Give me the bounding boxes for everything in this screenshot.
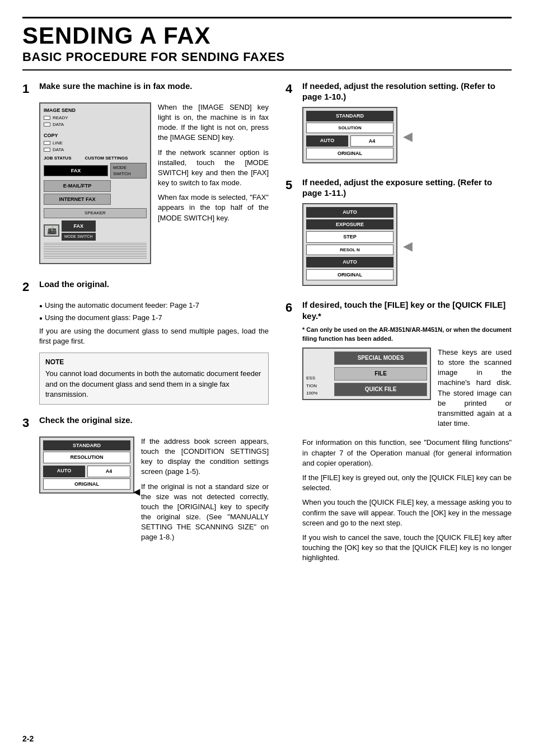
step-2-bullets: Using the automatic document feeder: Pag… [39, 300, 269, 323]
file-panel: ESS TION 100% SPECIAL MODES FILE QUICK F… [302, 348, 431, 400]
step-2: 2 Load the original. Using the automatic… [22, 279, 269, 405]
resolution-btn-3[interactable]: RESOLUTION [43, 452, 130, 463]
ess-label: ESS [306, 375, 332, 381]
image-send-label: IMAGE SEND [44, 107, 76, 114]
step-3-title: Check the original size. [39, 415, 133, 426]
machine-panel: IMAGE SEND READY DATA COP [39, 102, 151, 264]
special-modes-key[interactable]: SPECIAL MODES [334, 351, 427, 365]
data-label-2: DATA [53, 147, 64, 153]
step-2-body: If you are using the document glass to s… [39, 326, 269, 346]
step-3: 3 Check the original size. STANDARD RESO… [22, 415, 269, 547]
bullet-2: Using the document glass: Page 1-7 [39, 313, 269, 323]
arrow-right-5: ◀ [403, 238, 413, 255]
bullet-1: Using the automatic document feeder: Pag… [39, 300, 269, 311]
step-btn[interactable]: STEP [306, 231, 394, 243]
step-1-body1: When the [IMAGE SEND] key light is on, t… [158, 102, 269, 143]
step-2-title: Load the original. [39, 279, 109, 290]
custom-settings-label: CUSTOM SETTINGS [85, 155, 128, 161]
a4-btn-4[interactable]: A4 [350, 135, 394, 147]
line-indicator [44, 141, 50, 145]
auto-btn-3[interactable]: AUTO [43, 466, 85, 477]
percent-label: 100% [306, 390, 332, 396]
page-footer: 2-2 [22, 734, 34, 745]
arrow-icon-3: ◀ [39, 486, 140, 498]
file-key[interactable]: FILE [334, 367, 427, 381]
original-exp-btn[interactable]: ORIGINAL [306, 269, 394, 281]
arrow-right-4: ◀ [403, 128, 413, 145]
step-1: 1 Make sure the machine is in fax mode. … [22, 81, 269, 269]
a4-btn-3[interactable]: A4 [87, 466, 130, 477]
standard-btn-4[interactable]: STANDARD [306, 111, 394, 121]
data-indicator-1 [44, 123, 50, 126]
step-3-body2: If the original is not a standard size o… [141, 482, 269, 543]
mode-switch-key[interactable]: MODE SWITCH [62, 233, 96, 241]
quick-file-key[interactable]: QUICK FILE [334, 383, 427, 396]
job-status-label: JOB STATUS [44, 155, 71, 161]
step-6-num: 6 [285, 299, 298, 317]
step-1-num: 1 [22, 81, 35, 98]
fax-icon: 📠 [44, 224, 59, 237]
step-5: 5 If needed, adjust the exposure setting… [285, 177, 512, 289]
step-6-body2: For information on this function, see "D… [302, 438, 512, 468]
exposure-btn[interactable]: EXPOSURE [306, 219, 394, 230]
step-1-body2: If the network scanner option is install… [158, 148, 269, 189]
step-6-title: If desired, touch the [FILE] key or the … [302, 299, 512, 321]
fax-big-key[interactable]: FAX [62, 220, 96, 232]
internet-fax-key[interactable]: INTERNET FAX [44, 194, 111, 205]
original-btn-4[interactable]: ORIGINAL [306, 148, 394, 159]
step-4-title: If needed, adjust the resolution setting… [302, 81, 512, 102]
data-label-1: DATA [53, 121, 64, 128]
mode-switch-label[interactable]: MODE SWITCH [110, 163, 147, 179]
auto-btn-4[interactable]: AUTO [306, 135, 348, 147]
step-1-body3: When fax mode is selected, "FAX" appears… [158, 192, 269, 223]
step-3-body1: If the address book screen appears, touc… [141, 436, 269, 477]
step-6-body3: If the [FILE] key is greyed out, only th… [302, 473, 512, 493]
exposure-screen-5: AUTO EXPOSURE STEP RESOL N AUTO ORIGINAL [302, 203, 397, 286]
resolution-screen-4: STANDARD SOLUTION AUTO A4 ORIGINAL [302, 107, 397, 163]
step-5-num: 5 [285, 177, 298, 194]
ready-label: READY [53, 115, 68, 121]
auto-exp-btn[interactable]: AUTO [306, 207, 394, 218]
step-2-num: 2 [22, 279, 35, 296]
step-3-num: 3 [22, 415, 35, 432]
step-6-body1: These keys are used to store the scanned… [438, 348, 512, 429]
page-subtitle: BASIC PROCEDURE FOR SENDING FAXES [22, 49, 512, 71]
fax-key[interactable]: FAX [44, 165, 108, 177]
auto2-btn[interactable]: AUTO [306, 257, 394, 267]
note-box: NOTE You cannot load documents in both t… [39, 353, 269, 405]
ready-indicator [44, 116, 50, 120]
standard-btn-3[interactable]: STANDARD [43, 440, 130, 451]
step-6: 6 If desired, touch the [FILE] key or th… [285, 299, 512, 563]
resolution-abbr-btn[interactable]: RESOL N [306, 245, 394, 255]
resolution-screen: STANDARD RESOLUTION AUTO A4 ORIGINAL [39, 436, 134, 494]
solution-btn-4[interactable]: SOLUTION [306, 123, 394, 133]
step-6-body5: If you wish to cancel the save, touch th… [302, 533, 512, 564]
step-1-title: Make sure the machine is in fax mode. [39, 81, 192, 92]
data-indicator-2 [44, 148, 50, 152]
tion-label: TION [306, 383, 332, 389]
note-body: You cannot load documents in both the au… [45, 369, 263, 400]
copy-label: COPY [44, 132, 76, 139]
line-label: LINE [53, 140, 63, 146]
step-4-num: 4 [285, 81, 298, 98]
step-4: 4 If needed, adjust the resolution setti… [285, 81, 512, 167]
email-ftp-key[interactable]: E-MAIL/FTP [44, 180, 111, 192]
speaker-key[interactable]: SPEAKER [44, 208, 147, 218]
step-6-subtitle: * Can only be used on the AR-M351N/AR-M4… [302, 326, 512, 343]
page-title: SENDING A FAX [22, 23, 512, 49]
note-title: NOTE [45, 358, 263, 367]
step-6-body4: When you touch the [QUICK FILE] key, a m… [302, 497, 512, 528]
step-5-title: If needed, adjust the exposure setting. … [302, 177, 512, 199]
